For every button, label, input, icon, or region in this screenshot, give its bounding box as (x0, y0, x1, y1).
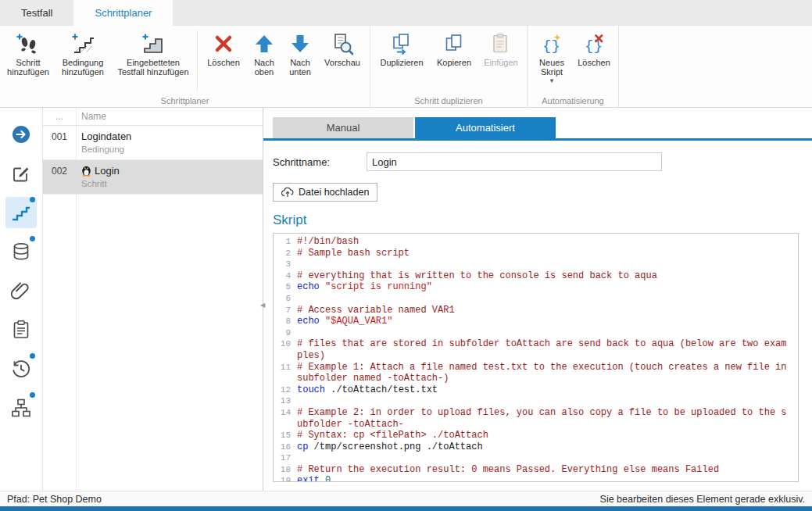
code-text: # files that are stored in subfolder toA… (297, 338, 798, 361)
step-row-002[interactable]: 002 Login Schritt (43, 160, 263, 195)
line-number: 6 (274, 293, 297, 305)
script-code: 1#!/bin/bash2# Sample bash script3 4# ev… (274, 236, 798, 482)
code-text (297, 395, 798, 407)
upload-file-label: Datei hochladen (299, 187, 369, 198)
duplicate-button[interactable]: Duplizieren (374, 29, 429, 70)
ribbon-group-schritt-duplizieren: Duplizieren Kopieren Einfügen Schritt du… (370, 26, 528, 107)
line-number: 4 (274, 270, 297, 282)
code-line: 7# Access variable named VAR1 (274, 305, 798, 316)
code-line: 8echo "$AQUA_VAR1" (274, 316, 798, 327)
tab-manual[interactable]: Manual (273, 117, 413, 138)
script-section-title: Skript (273, 213, 812, 228)
step-row-001[interactable]: 001 Logindaten Bedingung (43, 126, 263, 160)
sidebar-item-tasks[interactable] (5, 314, 37, 345)
footsteps-add-icon (16, 31, 40, 56)
sidebar-item-attachments[interactable] (5, 275, 37, 306)
preview-button[interactable]: Vorschau (319, 29, 366, 70)
upload-file-button[interactable]: Datei hochladen (273, 183, 377, 202)
code-line: 18# Return the execution result: 0 means… (274, 464, 798, 476)
notification-dot (30, 197, 35, 202)
paperclip-icon (11, 281, 31, 301)
sidebar-item-schrittplaner[interactable] (5, 197, 37, 228)
code-line: 11# Example 1: Attach a file named test.… (274, 362, 798, 384)
schrittname-input[interactable] (367, 152, 662, 171)
document-magnifier-icon (331, 31, 354, 56)
code-line: 19exit 0 (274, 475, 798, 482)
copy-button[interactable]: Kopieren (431, 29, 478, 70)
move-down-label: Nach unten (284, 58, 316, 77)
top-tab-bar: Testfall Schrittplaner (0, 0, 812, 26)
delete-script-button[interactable]: {} Löschen (574, 29, 614, 70)
bottom-accent-strip (0, 506, 812, 511)
code-text: # Sample bash script (297, 248, 798, 259)
line-number: 17 (274, 452, 297, 464)
status-path: Pfad: Pet Shop Demo (7, 494, 102, 505)
stairs-add-icon (71, 31, 95, 56)
dropdown-chevron-icon[interactable]: ▾ (550, 77, 554, 84)
line-number: 18 (274, 464, 297, 476)
cloud-upload-icon (281, 187, 294, 198)
sidebar-item-data[interactable] (5, 236, 37, 267)
left-icon-sidebar (0, 108, 43, 491)
run-circle-arrow-icon (11, 124, 31, 145)
code-text: touch ./toAttach/test.txt (297, 384, 798, 396)
line-number: 10 (274, 338, 297, 361)
line-number: 2 (274, 248, 297, 259)
add-embedded-testcase-button[interactable]: Eingebetteten Testfall hinzufügen (113, 29, 193, 79)
code-text: # Syntax: cp <filePath> ./toAttach (297, 430, 798, 441)
code-text: # Return the execution result: 0 means P… (297, 464, 798, 476)
ribbon-group-label: Schritt duplizieren (370, 96, 527, 105)
code-line: 9 (274, 327, 798, 339)
column-header-dots[interactable]: ... (43, 111, 76, 122)
code-line: 1#!/bin/bash (274, 236, 798, 248)
tab-testfall[interactable]: Testfall (0, 0, 73, 26)
code-line: 6 (274, 293, 798, 305)
paste-button[interactable]: Einfügen (479, 29, 523, 70)
code-line: 4# everything that is written to the con… (274, 270, 798, 282)
steps-icon (11, 202, 31, 223)
tab-automatisiert[interactable]: Automatisiert (415, 117, 556, 138)
ribbon-group-schrittplaner: Schritt hinzufügen Bedingung hinzufügen … (0, 26, 370, 107)
delete-script-label: Löschen (578, 58, 610, 67)
clipboard-paste-icon (489, 31, 513, 56)
status-bar: Pfad: Pet Shop Demo Sie bearbeiten diese… (0, 491, 812, 506)
code-text: echo "script is running" (297, 281, 798, 293)
ribbon-separator (197, 30, 198, 91)
script-editor[interactable]: 1#!/bin/bash2# Sample bash script3 4# ev… (273, 233, 799, 482)
delete-step-button[interactable]: Löschen (202, 29, 245, 70)
step-number: 001 (43, 126, 76, 159)
sidebar-item-dependencies[interactable] (5, 392, 37, 423)
new-script-label: Neues Skript (533, 58, 571, 77)
code-line: 14# Example 2: in order to upload files,… (274, 407, 798, 430)
script-braces-delete-icon: {} (582, 31, 606, 56)
sidebar-item-history[interactable] (5, 353, 37, 384)
history-clock-icon (11, 359, 31, 379)
line-number: 11 (274, 362, 297, 384)
code-line: 16cp /tmp/screenshot.png ./toAttach (274, 441, 798, 453)
sidebar-item-edit[interactable] (5, 158, 37, 189)
tab-underline (263, 138, 812, 141)
tab-schrittplaner[interactable]: Schrittplaner (73, 0, 173, 26)
code-text: exit 0 (297, 475, 798, 482)
clipboard-tasks-icon (11, 320, 31, 340)
sidebar-item-execution[interactable] (5, 119, 37, 150)
line-number: 1 (274, 236, 297, 248)
edit-pencil-icon (11, 163, 31, 184)
step-list-header: ... Name (43, 108, 263, 126)
detail-tabs: Manual Automatisiert (273, 117, 812, 138)
column-header-name[interactable]: Name (76, 111, 106, 122)
main-content: ... Name 001 Logindaten Bedingung 002 Lo… (0, 108, 812, 491)
new-script-button[interactable]: {} Neues Skript ▾ (531, 29, 572, 86)
panel-collapse-icon[interactable]: ◀ (260, 302, 265, 309)
notification-dot (30, 392, 35, 398)
preview-label: Vorschau (324, 58, 360, 67)
move-up-button[interactable]: Nach oben (247, 29, 281, 79)
add-condition-button[interactable]: Bedingung hinzufügen (54, 29, 112, 79)
line-number: 5 (274, 281, 297, 293)
notification-dot (30, 353, 35, 359)
add-condition-label: Bedingung hinzufügen (55, 58, 110, 77)
move-down-button[interactable]: Nach unten (283, 29, 317, 79)
status-lock-message: Sie bearbeiten dieses Element gerade exk… (600, 494, 805, 505)
add-step-button[interactable]: Schritt hinzufügen (4, 29, 52, 79)
delete-step-label: Löschen (207, 58, 240, 67)
